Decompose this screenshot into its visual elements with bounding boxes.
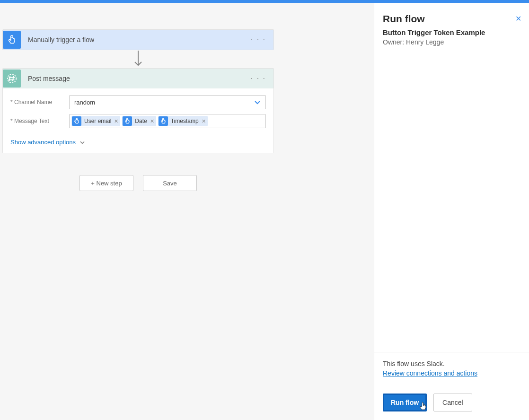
channel-select[interactable]: random bbox=[69, 95, 266, 109]
token-remove-icon[interactable]: ✕ bbox=[150, 118, 154, 124]
trigger-header[interactable]: Manually trigger a flow · · · bbox=[3, 30, 273, 50]
run-info: This flow uses Slack. bbox=[383, 360, 520, 368]
token-remove-icon[interactable]: ✕ bbox=[114, 118, 118, 124]
channel-value: random bbox=[74, 99, 95, 106]
svg-line-2 bbox=[9, 76, 10, 81]
canvas-buttons: + New step Save bbox=[2, 175, 274, 191]
action-title: Post message bbox=[28, 75, 243, 82]
cancel-button[interactable]: Cancel bbox=[433, 394, 472, 411]
action-body: * Channel Name random * Message Text bbox=[3, 88, 273, 153]
chevron-down-icon bbox=[254, 98, 261, 106]
hash-icon bbox=[3, 70, 21, 88]
more-icon[interactable]: · · · bbox=[243, 74, 273, 83]
token-timestamp[interactable]: Timestamp ✕ bbox=[158, 116, 208, 126]
save-button[interactable]: Save bbox=[143, 175, 197, 191]
svg-line-3 bbox=[13, 76, 14, 81]
panel-title: Run flow bbox=[383, 13, 520, 25]
show-advanced-options[interactable]: Show advanced options bbox=[10, 139, 85, 146]
trigger-title: Manually trigger a flow bbox=[28, 36, 243, 44]
action-card[interactable]: Post message · · · * Channel Name random… bbox=[2, 68, 274, 153]
chevron-down-icon bbox=[79, 139, 85, 146]
panel-owner: Owner: Henry Legge bbox=[383, 38, 520, 46]
token-icon bbox=[123, 116, 132, 126]
run-footer: This flow uses Slack. Review connections… bbox=[374, 352, 529, 420]
run-header: Run flow ✕ Button Trigger Token Example … bbox=[374, 3, 529, 51]
connector-arrow bbox=[2, 50, 274, 68]
token-remove-icon[interactable]: ✕ bbox=[202, 118, 206, 124]
token-date[interactable]: Date ✕ bbox=[122, 116, 156, 126]
token-icon bbox=[159, 116, 168, 126]
close-icon[interactable]: ✕ bbox=[515, 14, 521, 23]
message-input[interactable]: User email ✕ Date ✕ bbox=[69, 114, 266, 128]
run-flow-button[interactable]: Run flow bbox=[383, 394, 427, 411]
channel-row: * Channel Name random bbox=[10, 95, 266, 109]
trigger-card[interactable]: Manually trigger a flow · · · bbox=[2, 29, 274, 50]
channel-label: * Channel Name bbox=[10, 99, 69, 105]
more-icon[interactable]: · · · bbox=[243, 35, 273, 44]
review-connections-link[interactable]: Review connections and actions bbox=[383, 369, 477, 377]
message-label: * Message Text bbox=[10, 118, 69, 124]
svg-point-1 bbox=[8, 74, 16, 83]
new-step-button[interactable]: + New step bbox=[79, 175, 133, 191]
message-row: * Message Text User email ✕ bbox=[10, 114, 266, 128]
run-buttons: Run flow Cancel bbox=[383, 394, 520, 411]
panel-subtitle: Button Trigger Token Example bbox=[383, 28, 520, 36]
token-user-email[interactable]: User email ✕ bbox=[71, 116, 120, 126]
cursor-icon bbox=[419, 402, 427, 413]
flow-canvas: Manually trigger a flow · · · Post messa… bbox=[0, 3, 374, 420]
token-icon bbox=[72, 116, 81, 126]
run-flow-panel: Run flow ✕ Button Trigger Token Example … bbox=[374, 3, 529, 420]
action-header[interactable]: Post message · · · bbox=[3, 69, 273, 88]
tap-icon bbox=[3, 31, 21, 49]
